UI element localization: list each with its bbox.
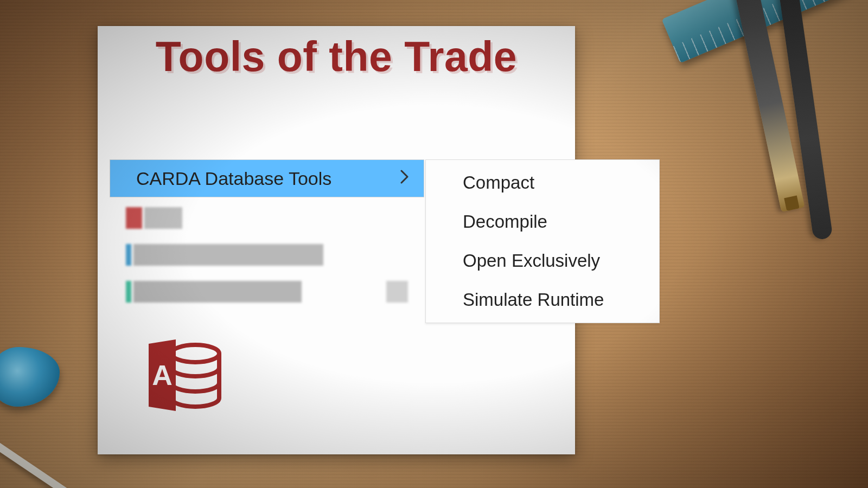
submenu-item-compact[interactable]: Compact xyxy=(426,163,659,202)
menu-item-carda-database-tools[interactable]: CARDA Database Tools xyxy=(110,159,424,197)
blurred-menu-items xyxy=(110,197,424,303)
blurred-menu-item xyxy=(126,244,408,266)
chevron-right-icon xyxy=(400,170,410,188)
submenu-item-open-exclusively[interactable]: Open Exclusively xyxy=(426,241,659,280)
slide-card: Tools of the Trade CARDA Database Tools xyxy=(98,26,575,454)
ms-access-icon: A xyxy=(139,334,226,421)
crumpled-paper-prop xyxy=(0,347,60,407)
submenu-item-decompile[interactable]: Decompile xyxy=(426,202,659,241)
submenu-item-label: Decompile xyxy=(463,211,547,232)
blurred-menu-item xyxy=(126,207,408,229)
submenu-item-label: Compact xyxy=(463,172,534,193)
submenu: Compact Decompile Open Exclusively Simul… xyxy=(425,159,660,323)
blurred-menu-item xyxy=(126,281,408,303)
menu-item-label: CARDA Database Tools xyxy=(136,168,331,189)
svg-point-0 xyxy=(171,345,219,362)
slide-title: Tools of the Trade xyxy=(98,33,575,81)
submenu-item-label: Simulate Runtime xyxy=(463,290,604,310)
access-letter: A xyxy=(152,359,173,391)
submenu-item-label: Open Exclusively xyxy=(463,251,600,271)
submenu-item-simulate-runtime[interactable]: Simulate Runtime xyxy=(426,280,659,319)
context-menu: CARDA Database Tools xyxy=(110,159,424,322)
